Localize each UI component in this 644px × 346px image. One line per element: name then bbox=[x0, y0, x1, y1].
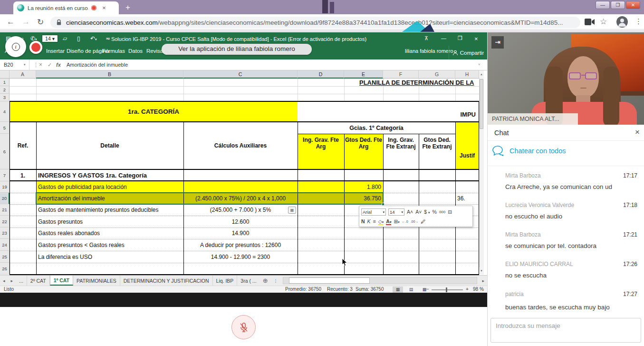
cell-header-justif[interactable]: Justif bbox=[455, 122, 479, 169]
cell-c25[interactable]: 14.900 - 12.900 = 2300 bbox=[183, 251, 298, 263]
select-all-corner[interactable] bbox=[0, 70, 10, 79]
sheet-nav-right-icon[interactable]: ▸ bbox=[8, 276, 16, 286]
format-painter-icon[interactable]: 🖉 bbox=[421, 218, 426, 224]
menu-dots-icon[interactable]: ⋮ bbox=[635, 17, 642, 26]
formula-bar-text[interactable]: Amortización del inmueble bbox=[67, 59, 128, 70]
avatar-icon[interactable] bbox=[616, 16, 628, 28]
row-header-4[interactable]: 4 bbox=[0, 101, 10, 122]
excel-close-icon[interactable]: × bbox=[474, 35, 478, 42]
zoom-in-icon[interactable]: + bbox=[466, 287, 469, 292]
cell-header-gtos-ded-extranj[interactable]: Gtos Ded. Fte Extranj bbox=[419, 134, 455, 169]
cell-header-detalle[interactable]: Detalle bbox=[36, 122, 183, 169]
row-header-19[interactable]: 19 bbox=[0, 181, 10, 193]
message-input[interactable] bbox=[490, 318, 641, 343]
cell-header-ing-grav-arg[interactable]: Ing. Grav. Fte Arg bbox=[298, 134, 344, 169]
cell-b7[interactable]: INGRESOS Y GASTOS 1ra. Categoría bbox=[36, 169, 183, 181]
cell-header-ing-grav-extranj[interactable]: Ing. Grav. Fte Extranj bbox=[383, 134, 419, 169]
sheet-tab-1cat[interactable]: 1º CAT bbox=[50, 276, 73, 286]
chat-close-icon[interactable]: × bbox=[635, 128, 640, 137]
bookmark-star-icon[interactable]: ☆ bbox=[600, 17, 607, 27]
info-overlay-button[interactable]: i bbox=[5, 36, 26, 57]
row-header-2[interactable]: 2 bbox=[0, 86, 10, 94]
add-sheet-icon[interactable]: ⊕ bbox=[260, 276, 271, 286]
cell-a7[interactable]: 1. bbox=[10, 169, 36, 181]
currency-format-icon[interactable]: $ ▾ bbox=[424, 209, 430, 215]
ribbon-options-icon[interactable]: ⊼ bbox=[424, 35, 428, 41]
qat-font-size-box[interactable]: 14 ▾ bbox=[42, 35, 58, 42]
record-overlay-button[interactable] bbox=[29, 41, 42, 54]
cell-header-gtos-ded-arg[interactable]: Gtos Ded. Fte Arg bbox=[344, 134, 383, 169]
paste-options-icon[interactable]: ▦ bbox=[288, 207, 296, 214]
row-header-7[interactable]: 7 bbox=[0, 169, 10, 181]
name-box[interactable]: B20▾ bbox=[0, 59, 29, 70]
cell-h20[interactable]: 36. bbox=[455, 193, 479, 204]
cell-c24[interactable]: A deducir por presuntos : 12600 bbox=[183, 239, 298, 251]
collapse-panel-button[interactable]: ⇥ bbox=[491, 36, 504, 49]
cancel-icon[interactable]: × bbox=[39, 59, 42, 70]
row-header-1[interactable]: 1 bbox=[0, 79, 10, 86]
cell-b25[interactable]: La diferencia es USO bbox=[36, 251, 183, 263]
cell-b21[interactable]: Gastos de mantenimiento presuntos deduci… bbox=[36, 204, 183, 216]
row-header-26[interactable]: 26 bbox=[0, 263, 10, 275]
open-folder-icon[interactable]: ▱ bbox=[63, 35, 67, 42]
scroll-down-icon[interactable]: ▼ bbox=[479, 267, 484, 275]
excel-minimize-icon[interactable]: — bbox=[441, 35, 446, 41]
font-color-icon[interactable]: A▾ bbox=[386, 218, 391, 224]
zoom-slider[interactable] bbox=[432, 289, 463, 290]
cell-e19[interactable]: 1.800 bbox=[344, 181, 383, 193]
horizontal-scrollbar[interactable] bbox=[283, 277, 478, 284]
window-minimize-button[interactable]: — bbox=[596, 1, 610, 9]
cell-planilla-title[interactable]: PLANILLA DE DETERMINACIÓN DE LA bbox=[359, 79, 474, 86]
row-header-3[interactable]: 3 bbox=[0, 94, 10, 101]
shrink-font-icon[interactable]: A˅ bbox=[415, 209, 422, 215]
new-document-icon[interactable]: ▯ bbox=[77, 35, 80, 42]
zoom-slider-thumb[interactable] bbox=[446, 287, 447, 292]
cell-b19[interactable]: Gastos de publicidad para locación bbox=[36, 181, 183, 193]
row-header-23[interactable]: 23 bbox=[0, 227, 10, 239]
col-header-b[interactable]: B bbox=[36, 70, 183, 79]
cell-impu[interactable]: IMPU bbox=[298, 108, 478, 121]
italic-icon[interactable]: K bbox=[367, 218, 371, 224]
sheet-tab-patrimoniales[interactable]: PATRIMONIALES bbox=[73, 276, 120, 286]
row-header-25[interactable]: 25 bbox=[0, 251, 10, 263]
row-header-21[interactable]: 21 bbox=[0, 204, 10, 216]
increase-decimal-icon[interactable]: ←.0 bbox=[402, 220, 408, 223]
table-format-icon[interactable]: ⊟ bbox=[448, 209, 452, 215]
sheet-tab-overflow[interactable]: ... bbox=[16, 276, 27, 286]
align-center-icon[interactable]: ≡ bbox=[373, 218, 376, 224]
col-header-c[interactable]: C bbox=[183, 70, 298, 79]
sheet-tab-determinacion[interactable]: DETERMINACION Y JUSTIFICACION bbox=[120, 276, 213, 286]
window-close-button[interactable]: ✕ bbox=[626, 1, 640, 9]
enter-icon[interactable]: ✓ bbox=[48, 59, 52, 70]
cell-b23[interactable]: Gastos reales abonados bbox=[36, 227, 183, 239]
camera-icon[interactable] bbox=[585, 18, 595, 26]
normal-view-icon[interactable]: ▦ bbox=[393, 287, 403, 293]
cell-b24[interactable]: Gastos presuntos < Gastos reales bbox=[36, 239, 183, 251]
cell-c23[interactable]: 14.900 bbox=[183, 227, 298, 239]
cell-categoria-banner[interactable]: 1ra. CATEGORÍA bbox=[10, 101, 298, 122]
forward-icon[interactable]: → bbox=[22, 17, 30, 27]
row-header-22[interactable]: 22 bbox=[0, 216, 10, 227]
window-restore-button[interactable]: ❒ bbox=[611, 1, 625, 9]
percent-format-icon[interactable]: % bbox=[433, 209, 437, 215]
zoom-out-icon[interactable]: − bbox=[426, 287, 429, 292]
share-button[interactable]: Compartir bbox=[449, 46, 487, 59]
horizontal-scroll-thumb[interactable] bbox=[289, 277, 370, 284]
expand-formula-bar-icon[interactable]: ˅ bbox=[478, 59, 481, 70]
fill-color-icon[interactable]: ◇▾ bbox=[378, 218, 384, 224]
cell-header-gcias[interactable]: Gcias. 1º Categoría bbox=[298, 122, 455, 134]
zoom-level[interactable]: 98 % bbox=[473, 287, 484, 292]
cell-c22[interactable]: 12.600 bbox=[183, 216, 298, 227]
col-header-f[interactable]: F bbox=[383, 70, 419, 79]
chat-with-all-link[interactable]: Chatear con todos bbox=[492, 146, 566, 156]
new-tab-button[interactable]: + bbox=[123, 2, 133, 13]
row-header-6[interactable]: 6 bbox=[0, 134, 10, 169]
cell-header-calculos[interactable]: Cálculos Auxiliares bbox=[183, 122, 298, 169]
cell-b22[interactable]: Gastos presuntos bbox=[36, 216, 183, 227]
sheet-tab-3ra[interactable]: 3ra ( ... bbox=[237, 276, 260, 286]
vertical-scroll-thumb[interactable] bbox=[480, 79, 483, 129]
ribbon-tab-datos[interactable]: Datos bbox=[128, 48, 143, 54]
bold-icon[interactable]: N bbox=[361, 218, 365, 224]
sheet-nav-left-icon[interactable]: ◂ bbox=[0, 276, 8, 286]
borders-icon[interactable]: ⊞▾ bbox=[394, 218, 399, 224]
